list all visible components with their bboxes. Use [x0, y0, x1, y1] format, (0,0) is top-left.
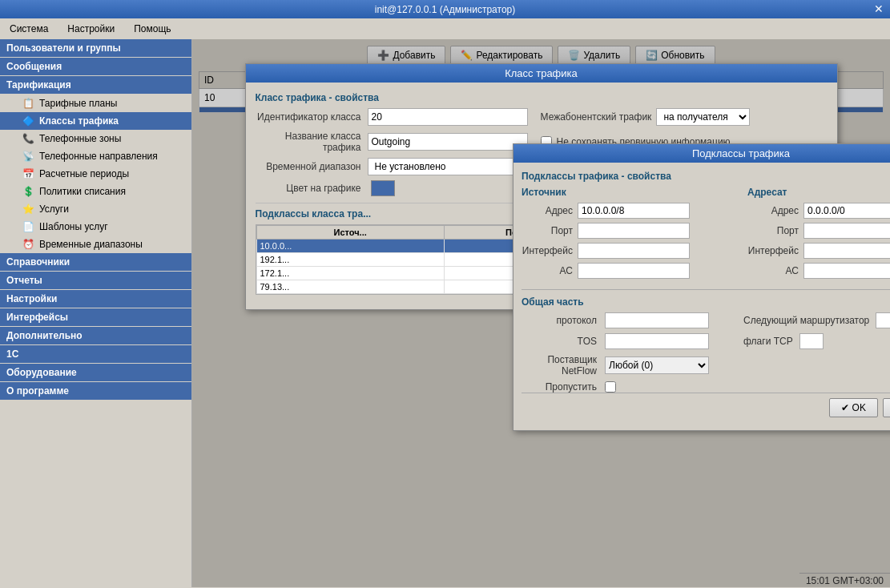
sidebar-item-services[interactable]: ⭐ Услуги — [0, 200, 191, 218]
services-icon: ⭐ — [22, 203, 34, 215]
dest-iface-input[interactable] — [803, 243, 890, 259]
write-off-icon: 💲 — [22, 186, 34, 197]
source-col: Источник Адрес Порт Интерфейс — [522, 187, 735, 283]
tcp-flags-label: флаги TCP — [743, 336, 796, 347]
sidebar-section-settings[interactable]: Настройки — [0, 290, 191, 308]
next-router-label: Следующий маршрутизатор — [743, 315, 872, 326]
sidebar-section-references[interactable]: Справочники — [0, 253, 191, 271]
source-iface-label: Интерфейс — [522, 245, 578, 256]
sidebar-section-about[interactable]: О программе — [0, 382, 191, 400]
menu-pomoshch[interactable]: Помощь — [131, 22, 174, 36]
sidebar-item-phone-zones[interactable]: 📞 Телефонные зоны — [0, 130, 191, 147]
id-input[interactable] — [368, 108, 528, 126]
subclass-dialog-body: Подклассы трафика - свойства Источник Ад… — [513, 163, 890, 430]
interabon-select[interactable]: на получателя на отправителя не учитыват… — [656, 108, 750, 126]
source-addr-group: Адрес — [522, 203, 735, 219]
inner-cell-source-2: 192.1... — [256, 253, 444, 267]
interabon-group: Межабонентский трафик на получателя на о… — [541, 108, 751, 126]
sidebar-section-equipment[interactable]: Оборудование — [0, 364, 191, 381]
subclass-dialog-title: Подклассы трафика — [513, 144, 890, 163]
skip-checkbox[interactable] — [605, 381, 616, 393]
sidebar-section-additional[interactable]: Дополнительно — [0, 327, 191, 344]
name-input[interactable] — [368, 133, 528, 151]
menu-sistema[interactable]: Система — [6, 22, 51, 36]
tos-input[interactable] — [605, 333, 709, 349]
sidebar-section-tariff[interactable]: Тарификация — [0, 76, 191, 94]
protocol-input[interactable] — [605, 312, 709, 328]
sidebar-section-users[interactable]: Пользователи и группы — [0, 39, 191, 57]
sidebar: Пользователи и группы Сообщения Тарифика… — [0, 39, 192, 587]
dest-as-label: АС — [747, 265, 803, 276]
inner-cell-source-1: 10.0.0... — [256, 240, 444, 253]
subclass-dialog-footer: ✔ OK ✖ Отмена — [522, 393, 890, 422]
next-router-input[interactable] — [876, 312, 890, 328]
source-addr-input[interactable] — [578, 203, 690, 219]
ok-button[interactable]: ✔ OK — [829, 398, 878, 417]
dest-port-group: Порт — [747, 223, 890, 239]
ok-icon: ✔ — [841, 402, 849, 413]
close-button[interactable]: ✕ — [874, 2, 884, 15]
next-router-group: Следующий маршрутизатор — [743, 312, 890, 328]
service-templates-icon: 📄 — [22, 221, 34, 232]
skip-group: Пропустить — [522, 381, 890, 393]
inner-cell-source-4: 79.13... — [256, 280, 444, 294]
protocol-label: протокол — [522, 315, 602, 326]
netflow-group: Поставщик NetFlow Любой (0) — [522, 354, 890, 377]
tcp-flags-group: флаги TCP — [743, 333, 890, 349]
time-label: Временной диапазон — [256, 161, 368, 172]
source-iface-group: Интерфейс — [522, 243, 735, 259]
source-port-input[interactable] — [578, 223, 690, 239]
dest-port-label: Порт — [747, 225, 803, 236]
sidebar-section-reports[interactable]: Отчеты — [0, 272, 191, 289]
sidebar-section-interfaces[interactable]: Интерфейсы — [0, 308, 191, 326]
phone-directions-icon: 📡 — [22, 151, 34, 162]
protocol-group: протокол — [522, 312, 739, 328]
dest-addr-label: Адрес — [747, 205, 803, 216]
cancel-button[interactable]: ✖ Отмена — [883, 398, 890, 417]
id-label: Идентификатор класса — [256, 111, 368, 123]
skip-label: Пропустить — [522, 381, 602, 393]
general-header: Общая часть — [522, 296, 890, 308]
sidebar-item-phone-directions[interactable]: 📡 Телефонные направления — [0, 147, 191, 165]
color-swatch[interactable] — [371, 180, 395, 196]
sidebar-section-1c[interactable]: 1С — [0, 345, 191, 363]
menu-bar: Система Настройки Помощь — [0, 18, 890, 39]
sidebar-item-time-ranges[interactable]: ⏰ Временные диапазоны — [0, 236, 191, 253]
sidebar-item-traffic-classes[interactable]: 🔷 Классы трафика — [0, 112, 191, 130]
tos-label: TOS — [522, 336, 602, 347]
tariff-plans-icon: 📋 — [22, 98, 34, 109]
time-select[interactable]: Не установлено — [368, 158, 528, 175]
sidebar-item-tariff-plans[interactable]: 📋 Тарифные планы — [0, 95, 191, 112]
source-iface-input[interactable] — [578, 243, 690, 259]
dest-header: Адресат — [747, 187, 890, 198]
source-port-label: Порт — [522, 225, 578, 236]
class-props-header: Класс трафика - свойства — [256, 92, 828, 103]
tcp-flags-input[interactable] — [799, 333, 824, 349]
title-bar: init@127.0.0.1 (Администратор) ✕ — [0, 0, 890, 18]
dest-addr-input[interactable] — [803, 203, 890, 219]
source-port-group: Порт — [522, 223, 735, 239]
main-layout: Пользователи и группы Сообщения Тарифика… — [0, 39, 890, 587]
subclass-dialog: Подклассы трафика Подклассы трафика - св… — [513, 143, 890, 431]
dest-iface-group: Интерфейс — [747, 243, 890, 259]
netflow-select[interactable]: Любой (0) — [605, 356, 709, 374]
general-section: Общая часть протокол Следующий маршрутиз… — [522, 289, 890, 393]
sidebar-item-service-templates[interactable]: 📄 Шаблоны услуг — [0, 218, 191, 236]
menu-nastroyki[interactable]: Настройки — [64, 22, 118, 36]
dest-col: Адресат Адрес Порт Интерфейс — [747, 187, 890, 283]
sidebar-item-write-off-policies[interactable]: 💲 Политики списания — [0, 183, 191, 200]
traffic-classes-icon: 🔷 — [22, 115, 34, 127]
source-as-input[interactable] — [578, 263, 690, 279]
dest-as-input[interactable] — [803, 263, 890, 279]
billing-periods-icon: 📅 — [22, 168, 34, 179]
phone-zones-icon: 📞 — [22, 133, 34, 144]
source-dest-cols: Источник Адрес Порт Интерфейс — [522, 187, 890, 283]
inner-cell-source-3: 172.1... — [256, 267, 444, 280]
sidebar-item-billing-periods[interactable]: 📅 Расчетные периоды — [0, 165, 191, 183]
window-title: init@127.0.0.1 (Администратор) — [375, 4, 515, 15]
source-addr-label: Адрес — [522, 205, 578, 216]
dest-port-input[interactable] — [803, 223, 890, 239]
time-ranges-icon: ⏰ — [22, 239, 34, 250]
sidebar-section-messages[interactable]: Сообщения — [0, 58, 191, 75]
subclass-props-header: Подклассы трафика - свойства — [522, 171, 890, 182]
